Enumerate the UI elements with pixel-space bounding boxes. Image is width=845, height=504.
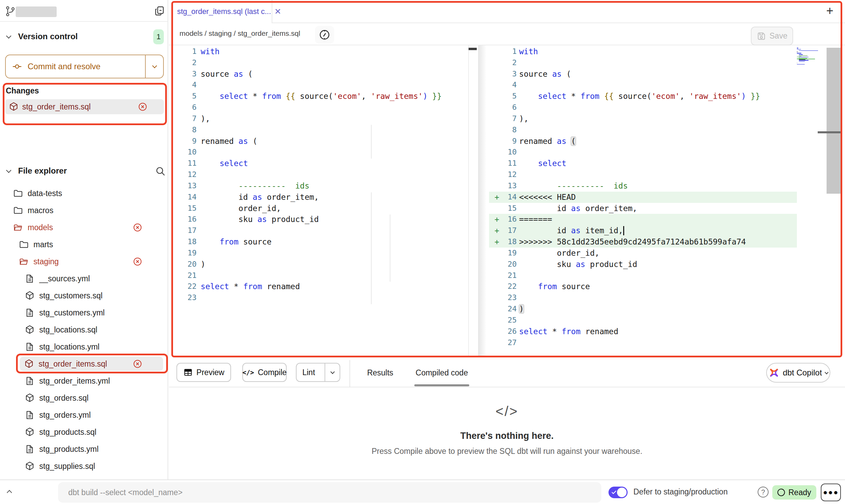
changed-file-item[interactable]: stg_order_items.sql bbox=[5, 99, 164, 114]
commit-and-resolve-button[interactable]: Commit and resolve bbox=[5, 55, 164, 78]
tree-item-label: marts bbox=[33, 240, 53, 249]
save-button[interactable]: Save bbox=[751, 27, 793, 45]
tree-item-macros[interactable]: macros bbox=[0, 202, 168, 219]
folder-icon bbox=[13, 205, 23, 216]
line-number: 21 bbox=[169, 270, 197, 281]
tree-item-stg-locations-yml[interactable]: stg_locations.yml bbox=[0, 338, 168, 355]
git-commit-icon bbox=[12, 61, 22, 72]
close-tab-icon[interactable]: ✕ bbox=[274, 7, 281, 16]
more-options-button[interactable]: ●●● bbox=[821, 484, 841, 501]
file-explorer-section-header[interactable]: File explorer bbox=[0, 164, 168, 179]
code-line: 4 bbox=[169, 79, 477, 91]
diff-added-marker: + bbox=[495, 214, 499, 225]
git-branch-icon bbox=[5, 5, 16, 18]
editor-action-toolbar: Preview </> Compile Lint Results Compile… bbox=[169, 360, 845, 387]
code-text: from source bbox=[519, 281, 590, 292]
text-cursor bbox=[623, 226, 624, 235]
code-line: 26select * from renamed bbox=[478, 326, 842, 337]
copy-icon[interactable] bbox=[154, 5, 166, 18]
dbt-command-input[interactable] bbox=[58, 482, 601, 503]
code-line: 12 bbox=[169, 169, 477, 180]
collapse-panel-button[interactable] bbox=[8, 490, 11, 496]
doc-icon bbox=[25, 273, 35, 284]
code-line: 4 bbox=[478, 79, 842, 91]
code-line: 10 bbox=[169, 147, 477, 158]
tree-item--sources-yml[interactable]: __sources.yml bbox=[0, 270, 168, 287]
code-text: ), bbox=[519, 113, 529, 124]
breadcrumb: models / staging / stg_order_items.sql bbox=[180, 29, 300, 38]
version-control-title: Version control bbox=[18, 32, 78, 41]
tree-item-stg-locations-sql[interactable]: stg_locations.sql bbox=[0, 321, 168, 338]
tab-results[interactable]: Results bbox=[364, 360, 397, 385]
code-brackets-icon: </> bbox=[169, 404, 845, 419]
tab-stg-order-items[interactable]: stg_order_items.sql (last c... ✕ bbox=[169, 0, 272, 23]
file-tree: data-testsmacrosmodelsmartsstaging__sour… bbox=[0, 185, 168, 475]
discard-change-icon[interactable] bbox=[138, 102, 148, 112]
tree-item-stg-customers-yml[interactable]: stg_customers.yml bbox=[0, 304, 168, 321]
discard-change-icon[interactable] bbox=[132, 256, 143, 267]
code-line: 22select * from renamed bbox=[169, 281, 477, 292]
lint-dropdown-button[interactable] bbox=[325, 364, 340, 381]
compiled-code-empty-state: </> There's nothing here. Press Compile … bbox=[169, 387, 845, 479]
defer-toggle[interactable] bbox=[608, 487, 628, 498]
tree-item-stg-orders-sql[interactable]: stg_orders.sql bbox=[0, 389, 168, 406]
tree-item-stg-supplies-sql[interactable]: stg_supplies.sql bbox=[0, 458, 168, 475]
tree-item-data-tests[interactable]: data-tests bbox=[0, 185, 168, 202]
tree-item-label: stg_order_items.sql bbox=[39, 359, 107, 369]
discard-change-icon[interactable] bbox=[132, 222, 143, 233]
code-line: 11 select bbox=[478, 158, 842, 169]
line-number: 10 bbox=[478, 147, 517, 158]
tree-item-stg-orders-yml[interactable]: stg_orders.yml bbox=[0, 406, 168, 424]
code-text: id as item_id, bbox=[519, 225, 623, 236]
branch-name-placeholder[interactable] bbox=[16, 6, 57, 17]
code-line: 14+<<<<<<< HEAD bbox=[478, 192, 842, 203]
tree-item-stg-products-sql[interactable]: stg_products.sql bbox=[0, 424, 168, 441]
lineage-compass-icon[interactable] bbox=[315, 26, 334, 44]
tree-item-stg-order-items-sql[interactable]: stg_order_items.sql bbox=[20, 357, 163, 371]
code-line: 1with bbox=[169, 46, 477, 57]
main-area: stg_order_items.sql (last c... ✕ + model… bbox=[169, 0, 845, 479]
tree-item-staging[interactable]: staging bbox=[0, 253, 168, 270]
search-icon[interactable] bbox=[155, 166, 166, 178]
doc-icon bbox=[25, 410, 35, 420]
tree-item-stg-order-items-yml[interactable]: stg_order_items.yml bbox=[0, 372, 168, 389]
code-line: 16+======= bbox=[478, 214, 842, 225]
line-number: 6 bbox=[478, 102, 517, 113]
code-line: 27 bbox=[478, 337, 842, 349]
line-number: 5 bbox=[169, 91, 197, 102]
dbt-copilot-button[interactable]: dbt Copilot bbox=[766, 363, 830, 383]
lint-button[interactable]: Lint bbox=[296, 363, 340, 382]
lint-label: Lint bbox=[297, 368, 321, 377]
check-icon bbox=[611, 490, 617, 495]
doc-icon bbox=[25, 308, 35, 318]
tree-item-models[interactable]: models bbox=[0, 219, 168, 236]
version-control-section-header[interactable]: Version control 1 bbox=[0, 29, 168, 45]
tree-item-marts[interactable]: marts bbox=[0, 236, 168, 253]
commit-dropdown-button[interactable] bbox=[145, 55, 163, 78]
line-number: 24 bbox=[478, 303, 517, 315]
status-badge: Ready bbox=[772, 485, 816, 500]
code-line: 22 from source bbox=[478, 281, 842, 292]
compile-button[interactable]: </> Compile bbox=[242, 363, 287, 382]
new-tab-button[interactable]: + bbox=[826, 4, 833, 18]
preview-button[interactable]: Preview bbox=[176, 363, 231, 382]
line-number: 3 bbox=[169, 69, 197, 80]
help-icon[interactable]: ? bbox=[758, 487, 769, 498]
tree-item-stg-customers-sql[interactable]: stg_customers.sql bbox=[0, 287, 168, 304]
line-number: 8 bbox=[169, 124, 197, 136]
tab-compiled-code[interactable]: Compiled code bbox=[414, 360, 469, 385]
code-lines-conflicted: 1with23source as (45 select * from {{ so… bbox=[478, 46, 842, 348]
tree-item-label: macros bbox=[28, 206, 53, 215]
editor-pane-original[interactable]: 1with23source as (45 select * from {{ so… bbox=[169, 45, 477, 357]
folder-icon bbox=[19, 239, 29, 250]
code-line: 9renamed as ( bbox=[169, 136, 477, 147]
line-number: 4 bbox=[169, 79, 197, 91]
editor-pane-conflicted[interactable]: 1with23source as (45 select * from {{ so… bbox=[478, 45, 842, 357]
discard-change-icon[interactable] bbox=[132, 359, 143, 369]
code-line: 25 bbox=[478, 315, 842, 326]
tree-item-label: stg_products.sql bbox=[39, 428, 96, 437]
line-number: 9 bbox=[478, 136, 517, 147]
tree-item-stg-products-yml[interactable]: stg_products.yml bbox=[0, 441, 168, 458]
chevron-down-icon bbox=[330, 370, 335, 374]
status-label: Ready bbox=[788, 488, 811, 497]
